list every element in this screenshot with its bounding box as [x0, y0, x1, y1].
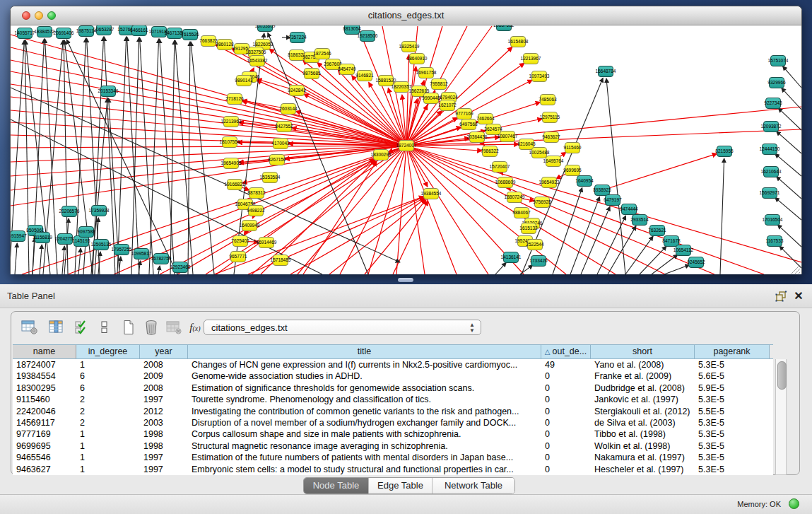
graph-node[interactable]: 12213967: [521, 54, 541, 64]
close-panel-icon[interactable]: ✕: [792, 289, 805, 303]
graph-node[interactable]: 9146821: [355, 71, 374, 81]
tab-network-table[interactable]: Network Table: [433, 478, 514, 493]
graph-node[interactable]: 20153346: [98, 86, 119, 97]
table-vertical-scrollbar[interactable]: [775, 359, 787, 475]
graph-node[interactable]: 4170043: [271, 139, 290, 149]
graph-node[interactable]: 19654905: [221, 158, 242, 169]
maximize-window-button[interactable]: [47, 11, 56, 20]
memory-status-indicator[interactable]: [789, 498, 799, 509]
graph-node[interactable]: 16154808: [508, 37, 529, 47]
graph-node[interactable]: 9245652: [687, 257, 705, 268]
graph-node[interactable]: 8215955: [715, 146, 734, 157]
graph-node[interactable]: 15751074: [768, 56, 789, 66]
graph-node[interactable]: 14055717: [15, 28, 35, 39]
graph-node[interactable]: 16914469: [257, 238, 277, 248]
graph-node[interactable]: 9860128: [216, 40, 234, 50]
graph-node[interactable]: 18325419: [399, 42, 420, 52]
graph-node[interactable]: 7632621: [648, 226, 666, 236]
graph-node[interactable]: 8938923: [593, 185, 611, 196]
graph-node[interactable]: 9329966: [767, 78, 786, 88]
graph-node[interactable]: 9097588: [77, 227, 95, 238]
graph-node[interactable]: 18300295: [371, 150, 392, 160]
table-row[interactable]: 1872400712008Changes of HCN gene express…: [13, 359, 773, 370]
graph-node[interactable]: 2522544: [526, 240, 544, 250]
show-columns-icon[interactable]: [47, 317, 66, 337]
tab-node-table[interactable]: Node Table: [304, 478, 369, 493]
table-row[interactable]: 946554611997Estimation of the future num…: [13, 452, 773, 463]
graph-node[interactable]: 7986322: [481, 146, 499, 157]
table-row[interactable]: 946362711997Embryonic stem cells: a mode…: [13, 464, 773, 475]
graph-node[interactable]: 7462664: [476, 114, 495, 124]
table-row[interactable]: 2242004622012Investigating the contribut…: [13, 406, 773, 417]
graph-node[interactable]: 9990448: [422, 93, 440, 104]
graph-node[interactable]: 9242843: [288, 86, 306, 96]
graph-node[interactable]: 8454749: [338, 64, 356, 75]
column-header-title[interactable]: title: [188, 345, 541, 358]
graph-node[interactable]: 18640910: [407, 54, 428, 64]
table-row[interactable]: 1456911722003Disruption of a novel membe…: [13, 417, 773, 428]
graph-node[interactable]: 7955812: [430, 79, 448, 90]
column-header-name[interactable]: name: [13, 345, 76, 358]
graph-node[interactable]: 6497568: [459, 119, 478, 130]
column-header-pagerank[interactable]: pagerank: [695, 345, 770, 358]
graph-node[interactable]: 18724007: [396, 141, 417, 151]
graph-node[interactable]: 18384572: [35, 27, 55, 37]
graph-node[interactable]: 8878312: [247, 188, 266, 199]
table-row[interactable]: 1830029562008Estimation of significance …: [13, 382, 773, 394]
graph-node[interactable]: 15720407: [490, 162, 510, 173]
graph-node[interactable]: 20206576: [59, 206, 80, 217]
graph-node[interactable]: 9115460: [564, 143, 582, 153]
float-panel-icon[interactable]: [775, 291, 787, 303]
network-canvas[interactable]: 1405571718384572206914061987511410653287…: [11, 25, 801, 274]
delete-icon[interactable]: [141, 317, 161, 337]
graph-node[interactable]: 9884067: [512, 208, 531, 218]
graph-node[interactable]: 11156819: [33, 233, 52, 243]
graph-node[interactable]: 16648784: [596, 66, 616, 77]
graph-node[interactable]: 18107554: [220, 137, 240, 148]
graph-node[interactable]: 16543382: [247, 56, 268, 66]
scrollbar-thumb[interactable]: [777, 361, 787, 390]
graph-node[interactable]: 10995817: [131, 249, 152, 259]
graph-node[interactable]: 9756928: [533, 197, 551, 208]
table-options-icon[interactable]: [20, 317, 40, 337]
graph-node[interactable]: 16495764: [543, 156, 564, 167]
clear-row-selection-icon[interactable]: [95, 317, 114, 337]
graph-node[interactable]: 17957255: [112, 245, 132, 255]
graph-node[interactable]: 12975115: [540, 112, 560, 123]
graph-node[interactable]: 10653287: [94, 25, 114, 35]
graph-node[interactable]: 19166821: [225, 180, 245, 190]
new-file-icon[interactable]: [119, 317, 139, 337]
graph-node[interactable]: 12923468: [170, 262, 191, 273]
graph-node[interactable]: 14136141: [501, 252, 522, 263]
graph-node[interactable]: 1872546: [313, 49, 331, 59]
graph-node[interactable]: 15692971: [760, 188, 780, 199]
graph-node[interactable]: 20364436: [467, 132, 488, 143]
network-window-titlebar[interactable]: citations_edges.txt: [11, 6, 801, 25]
graph-node[interactable]: 15353584: [260, 173, 281, 183]
graph-node[interactable]: 9227343: [764, 98, 782, 109]
graph-node[interactable]: 9890143: [235, 76, 253, 86]
graph-node[interactable]: 9463627: [542, 132, 560, 143]
graph-node[interactable]: 1621072: [438, 100, 457, 111]
table-row[interactable]: 969969511998Structural magnetic resonanc…: [13, 440, 773, 452]
tab-edge-table[interactable]: Edge Table: [369, 478, 433, 493]
graph-node[interactable]: 12444150: [760, 144, 780, 155]
graph-node[interactable]: 16409948: [240, 221, 260, 231]
graph-node[interactable]: 20887682: [494, 25, 514, 31]
graph-node[interactable]: 1640954: [575, 176, 594, 187]
graph-node[interactable]: 9699695: [563, 165, 582, 176]
graph-node[interactable]: 17359928: [89, 206, 110, 216]
graph-node[interactable]: 2933514: [630, 215, 649, 226]
graph-node[interactable]: 16782759: [151, 254, 172, 264]
graph-node[interactable]: 16961758: [416, 68, 437, 78]
column-header-in_degree[interactable]: in_degree: [76, 345, 140, 358]
graph-node[interactable]: 3915947: [11, 231, 27, 242]
select-all-rows-icon[interactable]: [72, 317, 92, 337]
graph-node[interactable]: 10973493: [529, 71, 550, 82]
graph-node[interactable]: 9474444: [620, 204, 638, 215]
graph-node[interactable]: 15718485: [271, 255, 291, 266]
table-selector-dropdown[interactable]: citations_edges.txt ▲▼: [204, 320, 481, 335]
network-graph[interactable]: 1405571718384572206914061987511410653287…: [11, 25, 801, 274]
resize-grip-icon[interactable]: [792, 265, 800, 274]
graph-node[interactable]: 9777169: [455, 109, 473, 119]
